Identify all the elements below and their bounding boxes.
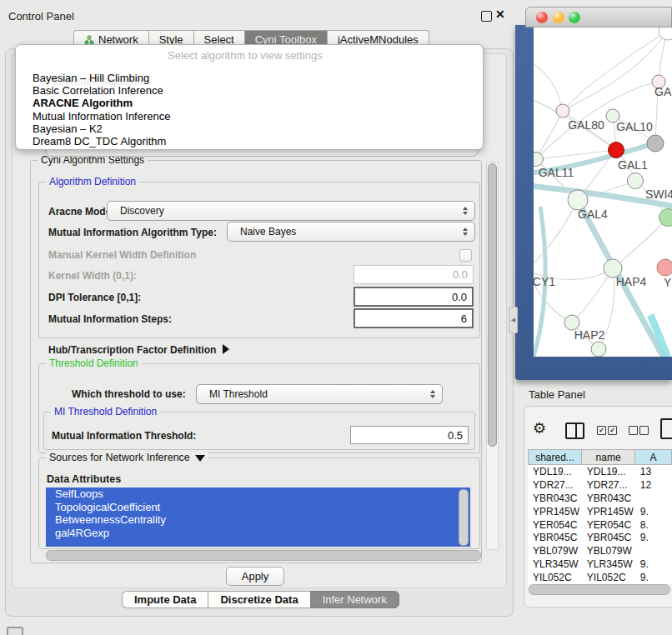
checked-box-icon[interactable]: ✓ xyxy=(597,426,606,435)
unchecked-box-icon[interactable] xyxy=(629,426,638,435)
table-cell: YLR345W xyxy=(582,558,635,571)
table-cell: 9. xyxy=(635,531,672,544)
checked-box-icon[interactable]: ✓ xyxy=(608,426,617,435)
table-row[interactable]: YBL079WYBL079W xyxy=(528,544,672,558)
node-GAL80[interactable] xyxy=(556,104,569,118)
attribute-item[interactable]: SelfLoops xyxy=(46,488,470,501)
network-window-titlebar[interactable] xyxy=(525,7,672,28)
zoom-window-icon[interactable] xyxy=(569,12,580,23)
settings-scrollbar-thumb[interactable] xyxy=(488,163,497,447)
bottom-tab-infer-network[interactable]: Infer Network xyxy=(310,591,399,608)
attribute-item[interactable]: BetweennessCentrality xyxy=(46,513,470,527)
dropdown-item[interactable]: Mutual Information Inference xyxy=(19,110,479,122)
dropdown-item[interactable]: Bayesian – K2 xyxy=(19,122,479,135)
mi-type-label: Mutual Information Algorithm Type: xyxy=(48,227,217,238)
table-row[interactable]: YIL052CYIL052C9. xyxy=(528,571,672,584)
mi-threshold-field[interactable]: 0.5 xyxy=(350,426,469,444)
table-header-row: shared...nameA xyxy=(528,449,672,465)
table-cell: 9. xyxy=(635,558,672,571)
table-cell: YDL19... xyxy=(528,465,582,478)
column-header-name[interactable]: name xyxy=(582,449,635,465)
kernel-width-field[interactable]: 0.0 xyxy=(354,265,474,284)
table-cell xyxy=(635,492,672,505)
table-cell: YBL079W xyxy=(582,544,635,558)
node-top-right[interactable] xyxy=(659,28,672,40)
apply-button[interactable]: Apply xyxy=(226,567,284,586)
table-row[interactable]: YER054CYER054C8. xyxy=(528,518,672,532)
dpi-tolerance-field[interactable]: 0.0 xyxy=(354,287,474,307)
dropdown-item[interactable]: Dream8 DC_TDC Algorithm xyxy=(19,135,479,148)
cyni-bottom-tabs: Impute DataDiscretize DataInfer Network xyxy=(122,591,399,608)
collapse-down-icon[interactable] xyxy=(195,455,205,462)
float-panel-icon[interactable] xyxy=(481,11,492,22)
table-cell: YIL052C xyxy=(528,571,582,584)
dropdown-item[interactable]: ARACNE Algorithm xyxy=(19,97,479,109)
minimized-panel-icon[interactable] xyxy=(7,627,23,635)
table-cell: YER054C xyxy=(582,518,635,532)
node-label: GAL80 xyxy=(568,118,604,132)
table-row[interactable]: YDR27...YDR27...12 xyxy=(528,478,672,492)
algorithm-dropdown: Select algorithm to view settings Infere… xyxy=(15,44,484,150)
hub-definition-label[interactable]: Hub/Transcription Factor Definition xyxy=(48,344,229,356)
column-header-shared[interactable]: shared... xyxy=(528,449,582,465)
table-row[interactable]: YPR145WYPR145W9. xyxy=(528,505,672,518)
table-cell: YBL079W xyxy=(528,544,582,558)
column-header-A[interactable]: A xyxy=(635,449,672,465)
stepper-icon xyxy=(459,207,472,215)
kernel-width-label: Kernel Width (0,1): xyxy=(48,270,137,282)
file-icon[interactable] xyxy=(660,418,672,439)
aracne-mode-select[interactable]: Discovery xyxy=(107,201,475,221)
gear-icon[interactable]: ⚙ xyxy=(533,419,546,438)
table-row[interactable]: YDL19...YDL19...13 xyxy=(528,465,672,478)
close-window-icon[interactable] xyxy=(536,12,548,23)
bottom-tab-discretize-data[interactable]: Discretize Data xyxy=(208,591,309,608)
node-SWI4[interactable] xyxy=(628,173,644,189)
node-bottom-partial[interactable] xyxy=(591,342,606,357)
node-table: shared...nameAYDL19...YDL19...13YDR27...… xyxy=(528,449,672,584)
dropdown-item[interactable]: Bayesian – Hill Climbing xyxy=(19,72,479,84)
panel-splitter-handle[interactable]: ◀ xyxy=(509,307,518,333)
network-edge xyxy=(536,111,563,159)
aracne-mode-label: Aracne Mode: xyxy=(48,206,114,218)
table-cell: 8. xyxy=(635,518,672,532)
table-cell: YDL19... xyxy=(582,465,635,478)
node-label: GAL1 xyxy=(618,158,648,172)
settings-hscrollbar[interactable] xyxy=(46,550,481,561)
table-row[interactable]: YBR043CYBR043C xyxy=(528,492,672,505)
network-icon xyxy=(84,35,94,45)
node-salmon[interactable] xyxy=(657,259,672,276)
which-threshold-select[interactable]: MI Threshold xyxy=(196,384,443,404)
dropdown-item[interactable]: Basic Correlation Inference xyxy=(19,84,479,97)
split-columns-icon[interactable] xyxy=(565,422,584,439)
list-scrollbar[interactable] xyxy=(459,489,469,546)
table-cell: YDR27... xyxy=(528,478,582,492)
table-hscrollbar[interactable] xyxy=(529,584,670,595)
threshold-definition-title: Threshold Definition xyxy=(46,358,142,369)
attribute-item[interactable]: TopologicalCoefficient xyxy=(46,501,470,514)
table-cell: YBR043C xyxy=(528,492,582,505)
table-row[interactable]: YLR345WYLR345W9. xyxy=(528,558,672,571)
stepper-icon xyxy=(426,390,439,398)
expand-right-icon[interactable] xyxy=(223,344,229,354)
attribute-item[interactable]: gal4RGexp xyxy=(46,527,470,540)
network-edge xyxy=(534,61,563,111)
node-GAL1[interactable] xyxy=(609,142,624,158)
node-label: Y xyxy=(664,276,672,289)
table-cell: YIL052C xyxy=(582,571,635,584)
manual-kernel-checkbox[interactable] xyxy=(459,249,472,262)
mi-type-select[interactable]: Naive Bayes xyxy=(227,222,475,242)
table-cell: YPR145W xyxy=(528,505,582,518)
table-cell: 13 xyxy=(635,465,672,478)
node-gray[interactable] xyxy=(647,135,664,152)
unchecked-box-icon[interactable] xyxy=(639,426,649,435)
mi-steps-field[interactable]: 6 xyxy=(354,308,474,328)
minimize-window-icon[interactable] xyxy=(553,12,564,23)
node-label: GAL11 xyxy=(539,166,574,179)
close-panel-icon[interactable]: ✕ xyxy=(495,8,505,21)
bottom-tab-impute-data[interactable]: Impute Data xyxy=(122,591,208,608)
table-row[interactable]: YBR045CYBR045C9. xyxy=(528,531,672,544)
data-attributes-list: SelfLoopsTopologicalCoefficientBetweenne… xyxy=(46,488,470,547)
network-canvas[interactable]: GALGAL80GAL10GAL1GAL11SWI4GAL4HAP4YGCY1H… xyxy=(534,28,672,357)
node-label: GAL4 xyxy=(578,208,608,221)
node-green-right[interactable] xyxy=(659,209,672,227)
